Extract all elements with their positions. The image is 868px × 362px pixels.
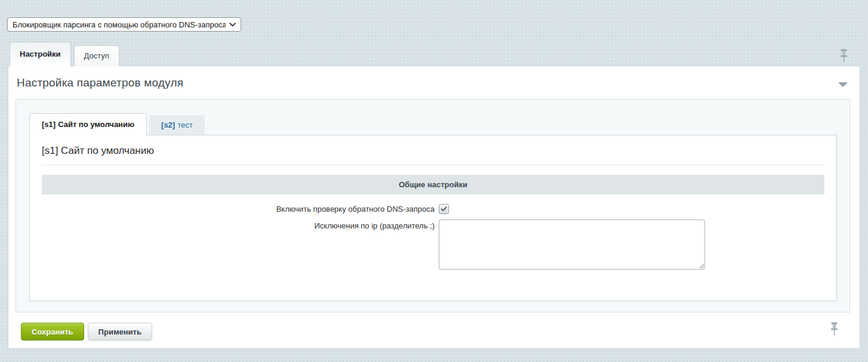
settings-section-box: [s1]Сайт по умолчанию [s2]тест [s1] Сайт… [16, 99, 850, 313]
site-settings-panel: [s1] Сайт по умолчанию Общие настройки В… [29, 135, 837, 301]
pin-icon-bottom[interactable] [830, 322, 838, 338]
module-select[interactable]: Блокировщик парсинга с помощью обратного… [7, 17, 241, 32]
section-header: Настройка параметров модуля [8, 66, 860, 99]
field-label-dns-check: Включить проверку обратного DNS-запроса [42, 204, 435, 214]
site-tab-s2-label: тест [177, 120, 193, 129]
save-button[interactable]: Сохранить [21, 323, 84, 341]
form-row-ip-exceptions: Исключения по ip (разделитель ;) [42, 219, 824, 270]
site-tab-bar: [s1]Сайт по умолчанию [s2]тест [29, 113, 837, 135]
chevron-down-icon [229, 23, 236, 27]
check-icon [441, 206, 447, 212]
site-tab-s2[interactable]: [s2]тест [149, 115, 205, 135]
detail-content-box: Настройка параметров модуля [s1]Сайт по … [8, 66, 860, 349]
group-header: Общие настройки [42, 175, 824, 194]
site-tab-s1[interactable]: [s1]Сайт по умолчанию [29, 113, 147, 135]
buttons-bar: Сохранить Применить [8, 313, 860, 341]
module-settings-page: Блокировщик парсинга с помощью обратного… [0, 0, 868, 362]
field-label-ip-exceptions: Исключения по ip (разделитель ;) [42, 219, 435, 270]
site-tab-s1-prefix: [s1] [42, 120, 56, 129]
page-title: Настройка параметров модуля [17, 76, 183, 89]
tab-access[interactable]: Доступ [74, 45, 119, 66]
pushpin-icon [840, 49, 848, 63]
collapse-arrow-icon[interactable] [838, 82, 848, 87]
site-tab-s2-prefix: [s2] [161, 120, 175, 129]
tab-settings[interactable]: Настройки [10, 42, 71, 66]
ip-exceptions-textarea[interactable] [439, 219, 705, 270]
dns-check-checkbox[interactable] [439, 204, 449, 214]
apply-button[interactable]: Применить [88, 323, 152, 341]
site-tab-s1-label: Сайт по умолчанию [58, 120, 134, 129]
pushpin-icon [830, 322, 838, 336]
pin-icon[interactable] [840, 49, 848, 64]
form-row-dns-check: Включить проверку обратного DNS-запроса [42, 204, 824, 214]
panel-heading: [s1] Сайт по умолчанию [42, 145, 824, 165]
module-select-value: Блокировщик парсинга с помощью обратного… [13, 20, 226, 29]
top-tab-bar: Настройки Доступ [10, 42, 122, 66]
